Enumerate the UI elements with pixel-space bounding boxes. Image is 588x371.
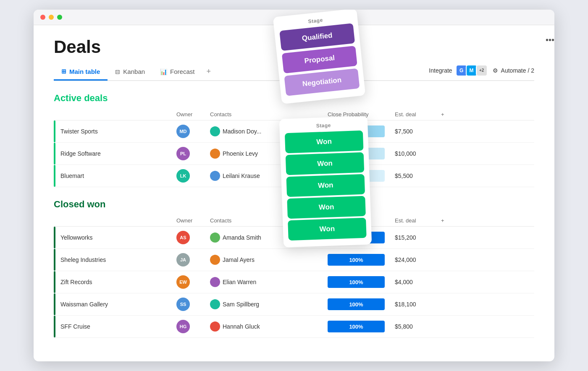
contact-avatar (210, 126, 220, 136)
contact-cell: Madison Doy... (205, 120, 272, 143)
contact-name: Phoenix Levy (223, 150, 258, 157)
add-cell (436, 249, 534, 271)
probability-bar: 100% (328, 276, 385, 288)
owner-avatar: AS (176, 231, 190, 244)
stage-cell (272, 293, 323, 316)
contact-cell: Phoenix Levy (205, 143, 272, 165)
tab-forecast-label: Forecast (170, 68, 194, 75)
owner-cell: EW (171, 271, 205, 293)
stage-cell (272, 271, 323, 293)
probability-cell: 100% (323, 293, 390, 316)
stage-option-won-3[interactable]: Won (286, 174, 365, 197)
closed-deal-row[interactable]: Waissman Gallery SS Sam Spillberg 100% $… (54, 293, 534, 316)
contact-avatar (210, 299, 220, 309)
tab-add-button[interactable]: + (202, 64, 215, 80)
deal-name: Zift Records (54, 271, 171, 293)
closed-deal-row[interactable]: SFF Cruise HG Hannah Gluck 100% $5,800 (54, 316, 534, 338)
tab-kanban[interactable]: ⊟ Kanban (108, 65, 152, 79)
add-cell (436, 271, 534, 293)
probability-cell: 100% (323, 271, 390, 293)
add-cell (436, 143, 534, 165)
deal-name: SFF Cruise (54, 316, 171, 338)
browser-window: Deals ••• ⊞ Main table ⊟ Kanban 📊 Foreca… (34, 10, 554, 361)
owner-cell: LK (171, 165, 205, 187)
owner-cell: AS (171, 227, 205, 249)
owner-cell: JA (171, 249, 205, 271)
stage-cell (272, 249, 323, 271)
contact-cell: Elian Warren (205, 271, 272, 293)
owner-avatar: SS (176, 298, 190, 311)
table-icon: ⊞ (61, 68, 66, 75)
est-deal-cell: $24,000 (390, 249, 436, 271)
owner-cell: SS (171, 293, 205, 316)
deal-name: Bluemart (54, 165, 171, 187)
contact-cell: Jamal Ayers (205, 249, 272, 271)
stage-option-won-2[interactable]: Won (286, 152, 365, 175)
stage-cell (272, 316, 323, 338)
deal-name: Sheleg Industries (54, 249, 171, 271)
contact-avatar (210, 321, 220, 332)
add-cell (436, 165, 534, 187)
automate-button[interactable]: ⚙ Automate / 2 (493, 67, 534, 74)
deal-name: Ridge Software (54, 143, 171, 165)
stage-option-won-4[interactable]: Won (287, 196, 366, 219)
owner-avatar: LK (176, 169, 190, 183)
col-add-header-2[interactable]: + (436, 215, 534, 227)
contact-name: Leilani Krause (223, 172, 260, 179)
stage-dropdown-bottom[interactable]: Stage Won Won Won Won Won (279, 116, 372, 247)
col-deal-name (54, 109, 171, 120)
add-cell (436, 120, 534, 143)
contact-name: Sam Spillberg (223, 301, 259, 308)
closed-deal-row[interactable]: Sheleg Industries JA Jamal Ayers 100% $2… (54, 249, 534, 271)
contact-name: Madison Doy... (223, 128, 261, 135)
owner-cell: HG (171, 316, 205, 338)
stage-option-won-1[interactable]: Won (285, 131, 364, 153)
owner-avatar: MD (176, 125, 190, 138)
integrate-button[interactable]: Integrate G M +2 (429, 65, 486, 76)
contact-avatar (210, 277, 220, 287)
tab-main-table[interactable]: ⊞ Main table (54, 65, 108, 81)
kanban-icon: ⊟ (115, 68, 120, 75)
more-button[interactable]: ••• (546, 35, 554, 45)
probability-cell: 100% (323, 249, 390, 271)
app-content: Deals ••• ⊞ Main table ⊟ Kanban 📊 Foreca… (34, 25, 554, 361)
est-deal-cell: $5,800 (390, 316, 436, 338)
col-owner-header-2: Owner (171, 215, 205, 227)
traffic-light-red[interactable] (40, 15, 45, 20)
add-cell (436, 293, 534, 316)
contact-avatar (210, 171, 220, 181)
traffic-light-yellow[interactable] (49, 15, 54, 20)
stage-option-negotiation[interactable]: Negotiation (284, 68, 360, 96)
deal-name: Twister Sports (54, 120, 171, 143)
probability-cell: 100% (323, 316, 390, 338)
add-cell (436, 316, 534, 338)
traffic-light-green[interactable] (57, 15, 62, 20)
automate-label: Automate / 2 (501, 67, 534, 74)
tab-kanban-label: Kanban (123, 68, 145, 75)
col-est-header-2: Est. deal (390, 215, 436, 227)
owner-avatar: HG (176, 320, 190, 333)
col-owner-header: Owner (171, 109, 205, 120)
closed-deal-row[interactable]: Zift Records EW Elian Warren 100% $4,000 (54, 271, 534, 293)
col-est-header: Est. deal (390, 109, 436, 120)
owner-avatar: JA (176, 253, 190, 266)
contact-name: Jamal Ayers (223, 256, 255, 263)
owner-avatar: EW (176, 275, 190, 289)
stage-dropdown-top[interactable]: Stage Qualified Proposal Negotiation ▲ (273, 10, 366, 104)
stage-option-won-5[interactable]: Won (288, 218, 367, 240)
deal-name: Yellowworks (54, 227, 171, 249)
est-deal-cell: $15,200 (390, 227, 436, 249)
contact-cell: Sam Spillberg (205, 293, 272, 316)
tab-main-table-label: Main table (69, 68, 100, 75)
contact-cell: Leilani Krause (205, 165, 272, 187)
col-contacts-header: Contacts (205, 109, 272, 120)
deal-name: Waissman Gallery (54, 293, 171, 316)
contact-name: Amanda Smith (223, 234, 261, 241)
tab-forecast[interactable]: 📊 Forecast (152, 65, 202, 79)
plus-integration-icon: +2 (476, 65, 488, 76)
probability-bar: 100% (328, 254, 385, 266)
contact-cell: Hannah Gluck (205, 316, 272, 338)
probability-bar: 100% (328, 321, 385, 332)
est-deal-cell: $4,000 (390, 271, 436, 293)
col-add-header[interactable]: + (436, 109, 534, 120)
